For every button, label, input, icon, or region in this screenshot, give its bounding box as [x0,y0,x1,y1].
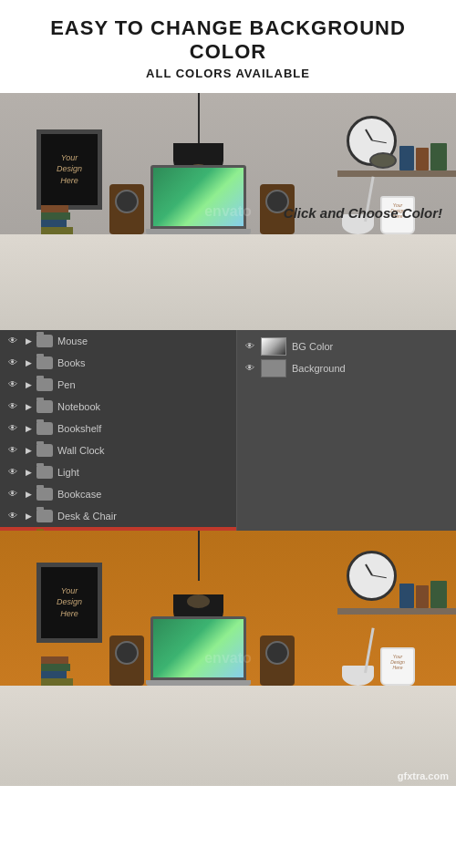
eye-icon-8: 👁 [5,509,20,523]
screen-content [153,168,244,226]
laptop-base-b [146,680,251,686]
arrow-icon-0: ▶ [24,336,33,346]
speaker-cone [115,190,139,213]
layer-item-1[interactable]: 👁 ▶ Books [0,352,236,374]
header: Easy to Change Background Color All Colo… [0,0,456,93]
right-layers-list: 👁 BG Color 👁 Background [237,336,456,379]
poster-text: YourDesignHere [57,152,82,187]
shelf-item-1 [430,143,447,170]
clock-face-b [354,557,390,594]
eye-icon-0: 👁 [5,334,20,348]
arrow-icon-8: ▶ [24,512,33,521]
arrow-icon-4: ▶ [24,424,33,433]
layer-item-5[interactable]: 👁 ▶ Wall Clock [0,439,236,461]
right-layer-label-1: Background [292,363,451,374]
laptop-base [146,229,251,234]
eye-icon-5: 👁 [5,443,20,458]
folder-icon-1 [36,356,53,369]
shelf-b-3 [399,584,414,608]
folder-icon-3 [36,400,53,413]
poster-frame: YourDesignHere [36,129,102,210]
folder-icon-6 [36,466,53,479]
right-layer-item-0[interactable]: 👁 BG Color [237,336,456,357]
click-choose-text: Click and Choose Color! [284,205,442,221]
laptop-screen [150,165,246,229]
lamp-glow-b [187,594,210,608]
arrow-icon-7: ▶ [24,490,33,499]
layer-label-1: Books [57,357,231,368]
shelf-b-1 [430,581,447,608]
color-swatch-1 [261,359,286,377]
lamp-cord-b [198,531,200,581]
eye-icon-7: 👁 [5,487,20,501]
layers-right-panel: 👁 BG Color 👁 Background [237,330,456,531]
folder-icon-7 [36,488,53,501]
poster-frame-b: YourDesignHere [36,563,102,643]
page-title: Easy to Change Background Color [9,16,447,65]
left-layers-list: 👁 ▶ Mouse 👁 ▶ Books 👁 ▶ Pen 👁 ▶ Notebook… [0,330,236,549]
shelf [337,170,456,177]
desk-lamp-shade-b [342,666,374,686]
folder-icon-2 [36,378,53,391]
book-b-2 [41,664,70,671]
folder-icon-8 [36,510,53,522]
desk-top [0,234,456,330]
shelf-b [337,608,456,615]
layer-item-2[interactable]: 👁 ▶ Pen [0,374,236,396]
laptop-b [150,616,251,686]
folder-icon-5 [36,444,53,457]
layer-item-8[interactable]: 👁 ▶ Desk & Chair [0,505,236,527]
arrow-icon-3: ▶ [24,402,33,411]
arrow-icon-1: ▶ [24,358,33,367]
layer-item-4[interactable]: 👁 ▶ Bookshelf [0,418,236,439]
eye-icon-2: 👁 [5,377,20,392]
mug-text-b: YourDesignHere [382,649,413,670]
right-layer-label-0: BG Color [292,341,451,352]
layer-label-4: Bookshelf [57,423,231,434]
layer-item-0[interactable]: 👁 ▶ Mouse [0,330,236,352]
layer-label-3: Notebook [57,401,231,412]
desk-bottom [0,686,456,786]
layer-item-6[interactable]: 👁 ▶ Light [0,461,236,483]
book-4 [41,227,73,234]
book-b-3 [41,671,67,678]
left-speaker [109,184,144,234]
right-eye-icon-1: 👁 [243,361,257,376]
laptop-screen-b [150,616,246,680]
layer-label-6: Light [57,467,231,478]
poster-text-b: YourDesignHere [57,585,82,620]
shelf-plant [369,152,397,169]
top-scene: YourDesignHere YourDesignHere envato Cli… [0,93,456,330]
eye-icon-1: 👁 [5,356,20,370]
shelf-item-2 [416,148,429,170]
right-speaker-b [260,636,295,686]
layer-label-0: Mouse [57,336,231,346]
layer-label-8: Desk & Chair [57,511,231,522]
layers-panel: 👁 ▶ Mouse 👁 ▶ Books 👁 ▶ Pen 👁 ▶ Notebook… [0,330,456,531]
bottom-scene: YourDesignHere YourDesignHere envato gfx… [0,531,456,786]
clock-min-b [371,575,386,579]
right-layer-item-1[interactable]: 👁 Background [237,357,456,379]
book-b-1 [41,656,68,664]
eye-icon-3: 👁 [5,399,20,414]
clock-minute-hand [371,140,386,144]
desk-books-b [41,656,73,686]
layer-label-5: Wall Clock [57,445,231,456]
book-2 [41,212,70,220]
book-b-4 [41,678,73,686]
page-subtitle: All Colors Available [9,67,447,80]
screen-content-b [153,619,244,677]
speaker-cone-b [115,641,139,665]
left-speaker-b [109,636,144,686]
arrow-icon-2: ▶ [24,380,33,389]
book-3 [41,220,67,227]
laptop [150,165,251,234]
layer-item-7[interactable]: 👁 ▶ Bookcase [0,483,236,505]
gfxtra-logo: gfxtra.com [398,770,449,781]
right-eye-icon-0: 👁 [243,339,257,354]
layer-label-7: Bookcase [57,489,231,500]
lamp-cord [198,93,200,143]
layer-item-3[interactable]: 👁 ▶ Notebook [0,396,236,418]
shelf-item-3 [399,146,414,170]
eye-icon-4: 👁 [5,421,20,436]
